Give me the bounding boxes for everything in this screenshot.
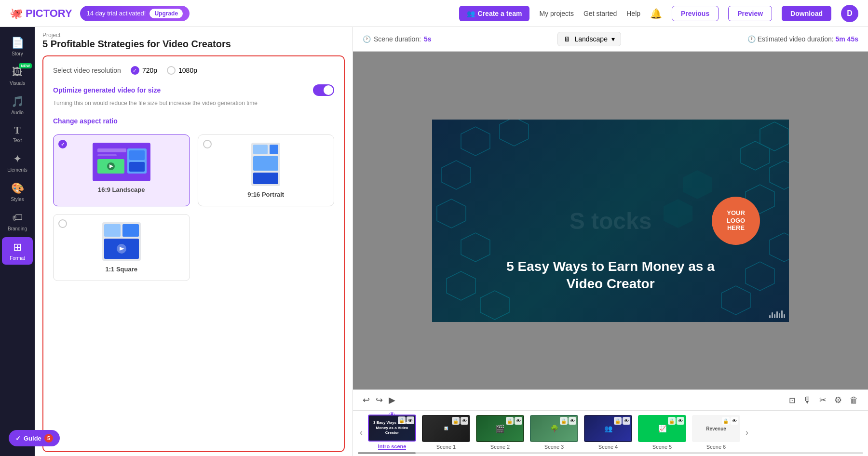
video-controls: ↩ ↪ ▶ ⊡ 🎙 ✂ ⚙ 🗑 — [353, 389, 868, 410]
thumb-icon-bar-intro: 🔒 👁 — [398, 416, 414, 424]
audio-bars — [769, 308, 785, 318]
text-icon: T — [14, 125, 20, 136]
preview-button[interactable]: Preview — [728, 6, 772, 21]
estimated-label: Estimated video duration: — [758, 35, 834, 43]
resolution-row: Select video resolution 720p 1080p — [53, 66, 334, 75]
sidebar-item-wrap-audio: 🎵 Audio — [2, 92, 33, 119]
square-radio — [58, 219, 67, 228]
project-title: 5 Profitable Strategies for Video Creato… — [42, 39, 345, 50]
sidebar-label-text: Text — [13, 138, 22, 143]
help-link[interactable]: Help — [626, 10, 640, 17]
scene-thumb-2[interactable]: 🎬 🔒 👁 Scene 2 — [474, 415, 527, 450]
watermark: S tocks — [570, 207, 652, 234]
microphone-button[interactable]: 🎙 — [803, 395, 812, 405]
sidebar-item-format[interactable]: ⊞ Format — [2, 237, 33, 265]
resolution-720-option[interactable]: 720p — [131, 66, 157, 75]
nav-right: 👥 Create a team My projects Get started … — [459, 5, 858, 22]
download-button[interactable]: Download — [782, 6, 831, 21]
controls-left: ↩ ↪ ▶ — [363, 395, 395, 405]
video-toolbar: 🕐 Scene duration: 5s 🖥 Landscape ▾ 🕐 Est… — [353, 27, 868, 52]
trial-text: 14 day trial activated! — [87, 10, 146, 17]
story-icon: 📄 — [11, 37, 24, 49]
svg-marker-20 — [461, 127, 490, 156]
radio-1080-dot — [167, 66, 176, 75]
captions-button[interactable]: ⊡ — [789, 396, 795, 405]
scene-duration: 🕐 Scene duration: 5s — [363, 35, 432, 43]
avatar[interactable]: D — [841, 5, 858, 22]
my-projects-link[interactable]: My projects — [539, 10, 574, 17]
thumb-label-5: Scene 5 — [652, 444, 672, 450]
panel-header: Project 5 Profitable Strategies for Vide… — [35, 27, 353, 52]
timeline-scrollbar-thumb[interactable] — [358, 452, 416, 454]
lock-icon-1: 🔒 — [452, 417, 460, 425]
thumb-img-2: 🎬 🔒 👁 — [476, 415, 524, 442]
svg-rect-1 — [97, 148, 126, 152]
aspect-card-landscape[interactable]: 16:9 Landscape — [53, 134, 190, 206]
resolution-1080-label: 1080p — [178, 67, 197, 74]
sidebar-item-wrap-elements: ✦ Elements — [2, 149, 33, 176]
undo-button[interactable]: ↩ — [363, 395, 370, 405]
guide-button[interactable]: ✓ Guide 5 — [9, 430, 60, 446]
optimize-row: Optimize generated video for size Turnin… — [53, 84, 334, 107]
scene-thumb-intro[interactable]: 👁 3 Easy Ways to Earn Money as a Video C… — [366, 415, 419, 450]
change-aspect-ratio-link[interactable]: Change aspect ratio — [53, 117, 334, 125]
sidebar-item-wrap-branding: 🏷 Branding — [2, 208, 33, 235]
sidebar-item-wrap-story: 📄 Story — [2, 33, 33, 60]
team-icon: 👥 — [467, 10, 475, 17]
panel-area: Project 5 Profitable Strategies for Vide… — [35, 27, 353, 456]
resolution-1080-option[interactable]: 1080p — [167, 66, 197, 75]
svg-marker-21 — [500, 120, 529, 146]
sidebar-item-branding[interactable]: 🏷 Branding — [2, 208, 33, 235]
create-team-button[interactable]: 👥 Create a team — [459, 6, 530, 21]
aspect-card-portrait[interactable]: 9:16 Portrait — [198, 134, 335, 206]
scene-thumb-4[interactable]: 👥 🔒 👁 Scene 4 — [582, 415, 635, 450]
clock2-icon: 🕐 — [747, 35, 756, 43]
landscape-frame-icon: 🖥 — [564, 35, 570, 43]
thumb-img-intro: 3 Easy Ways to Earn Money as a Video Cre… — [368, 415, 416, 442]
aspect-card-square[interactable]: 1:1 Square — [53, 214, 190, 281]
audio-bar-3 — [774, 314, 775, 318]
sidebar-item-text[interactable]: T Text — [2, 121, 33, 147]
aspect-ratio-grid: 16:9 Landscape 9:16 Portrait — [53, 134, 334, 281]
format-icon: ⊞ — [13, 241, 22, 254]
thumb-icon-bar-3: 🔒 👁 — [560, 417, 576, 425]
redo-button[interactable]: ↪ — [376, 395, 383, 405]
upgrade-button[interactable]: Upgrade — [149, 9, 183, 18]
audio-bar-2 — [772, 312, 773, 318]
sidebar-label-styles: Styles — [11, 197, 24, 202]
sidebar-label-format: Format — [10, 255, 25, 261]
timeline-left-arrow[interactable]: ‹ — [358, 428, 365, 438]
svg-rect-2 — [97, 154, 117, 156]
thumb-img-3: 🌳 🔒 👁 — [530, 415, 578, 442]
sidebar-item-elements[interactable]: ✦ Elements — [2, 149, 33, 176]
landscape-selector[interactable]: 🖥 Landscape ▾ — [557, 32, 621, 46]
format-panel: Select video resolution 720p 1080p Optim… — [42, 55, 345, 452]
right-area: 🕐 Scene duration: 5s 🖥 Landscape ▾ 🕐 Est… — [353, 27, 868, 456]
lock-icon-5: 🔒 — [668, 417, 676, 425]
landscape-radio — [58, 140, 67, 148]
eye-icon-4: 👁 — [623, 417, 630, 425]
controls-right: ⊡ 🎙 ✂ ⚙ 🗑 — [789, 395, 858, 405]
svg-marker-35 — [683, 170, 712, 199]
settings-button[interactable]: ⚙ — [834, 395, 842, 405]
notification-bell-icon[interactable]: 🔔 — [650, 8, 662, 19]
play-button[interactable]: ▶ — [389, 395, 395, 405]
previous-button[interactable]: Previous — [672, 6, 719, 21]
sidebar-item-wrap-visuals: NEW 🖼 Visuals — [2, 62, 33, 90]
scissors-button[interactable]: ✂ — [819, 395, 827, 405]
scene-thumb-3[interactable]: 🌳 🔒 👁 Scene 3 — [528, 415, 581, 450]
sidebar-item-audio[interactable]: 🎵 Audio — [2, 92, 33, 119]
sidebar-item-story[interactable]: 📄 Story — [2, 33, 33, 60]
sidebar-item-wrap-format: ⊞ Format — [2, 237, 33, 265]
optimize-toggle[interactable] — [313, 84, 334, 96]
scene-thumb-6[interactable]: Revenue 🔒 👁 Scene 6 — [690, 415, 743, 450]
scene-thumb-5[interactable]: 📈 🔒 👁 Scene 5 — [636, 415, 689, 450]
sidebar-item-visuals[interactable]: NEW 🖼 Visuals — [2, 62, 33, 90]
sidebar-item-styles[interactable]: 🎨 Styles — [2, 178, 33, 206]
delete-button[interactable]: 🗑 — [850, 395, 858, 405]
timeline-container: ‹ 👁 3 Easy Ways to Earn Money as a Video… — [353, 410, 868, 456]
timeline-right-arrow[interactable]: › — [744, 428, 750, 438]
get-started-link[interactable]: Get started — [583, 10, 617, 17]
scene-thumb-1[interactable]: 📊 🔒 👁 Scene 1 — [420, 415, 473, 450]
scene-duration-value: 5s — [424, 35, 432, 43]
